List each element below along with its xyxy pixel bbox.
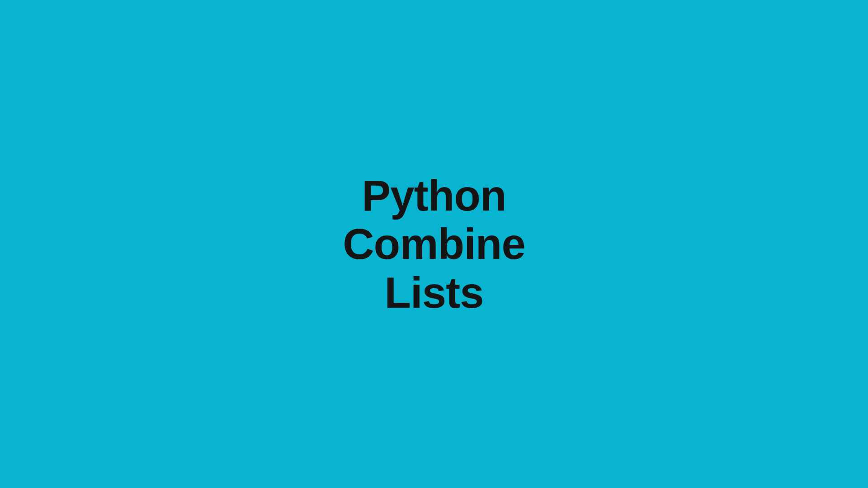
title-line-2: Combine [343,220,525,268]
title-container: Python Combine Lists [343,171,525,317]
title-line-1: Python [343,171,525,220]
title-line-3: Lists [343,268,525,317]
